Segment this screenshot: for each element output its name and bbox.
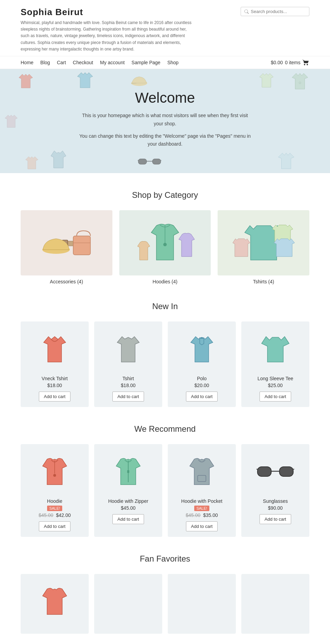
- accessories-illustration: [32, 215, 101, 270]
- hero-banner: Welcome This is your homepage which is w…: [0, 69, 330, 173]
- category-hoodies-img: [119, 210, 211, 275]
- add-to-cart-tshirt[interactable]: Add to cart: [112, 392, 144, 402]
- nav-samplepage[interactable]: Sample Page: [132, 60, 161, 65]
- cart-total: $0.00: [271, 60, 283, 65]
- product-vneck-name: Vneck Tshirt: [26, 376, 83, 381]
- product-longsleeve-img: [247, 327, 304, 372]
- vneck-tshirt-svg: [41, 334, 68, 365]
- add-to-cart-hoodie-pocket[interactable]: Add to cart: [186, 521, 218, 531]
- product-vneck-price: $18.00: [26, 383, 83, 388]
- tshirts-illustration: [229, 215, 298, 270]
- new-in-grid: Vneck Tshirt $18.00 Add to cart Tshirt $…: [0, 321, 330, 407]
- hero-body: You can change this text by editing the …: [79, 132, 251, 149]
- product-hoodie-price: $45.00 $42.00: [26, 512, 83, 518]
- product-sunglasses-img: [247, 450, 304, 494]
- add-to-cart-vneck[interactable]: Add to cart: [39, 392, 71, 402]
- deco-shirt-1: [17, 72, 34, 90]
- fan-fav-product-1-img: [26, 579, 83, 624]
- sunglasses-svg: [256, 462, 294, 482]
- deco-tshirt-bottom: [24, 154, 40, 171]
- product-hoodie-zipper-img: [100, 450, 157, 494]
- fan-fav-1-svg: [41, 586, 68, 617]
- product-hoodie-img: [26, 450, 83, 494]
- cart-info[interactable]: $0.00 0 items: [271, 60, 309, 65]
- fan-fav-product-4-img: [247, 579, 304, 624]
- product-hoodie: Hoodie SALE! $45.00 $42.00 Add to cart: [21, 444, 89, 537]
- fan-fav-product-4: [241, 574, 309, 634]
- svg-rect-2: [138, 159, 146, 164]
- nav-shop[interactable]: Shop: [167, 60, 179, 65]
- we-recommend-title: We Recommend: [0, 424, 330, 434]
- product-polo-img: [173, 327, 230, 372]
- tshirt-svg: [114, 334, 142, 365]
- site-header: Sophia Beirut Whimsical, playful and han…: [0, 0, 330, 56]
- svg-rect-20: [257, 467, 271, 476]
- deco-cap: [131, 74, 148, 86]
- add-to-cart-longsleeve[interactable]: Add to cart: [260, 392, 292, 402]
- hoodie-original-price: $45.00: [38, 512, 53, 518]
- hero-subtitle: This is your homepage which is what most…: [79, 112, 251, 128]
- nav-checkout[interactable]: Checkout: [73, 60, 93, 65]
- category-tshirts-img: [218, 210, 309, 275]
- search-input[interactable]: [251, 9, 306, 14]
- product-sunglasses-price: $90.00: [247, 505, 304, 511]
- we-recommend-grid: Hoodie SALE! $45.00 $42.00 Add to cart H…: [0, 444, 330, 537]
- nav-cart[interactable]: Cart: [57, 60, 66, 65]
- nav-myaccount[interactable]: My account: [100, 60, 125, 65]
- nav-home[interactable]: Home: [21, 60, 33, 65]
- deco-shirt-right-bottom: [277, 151, 296, 170]
- fan-fav-product-3: [168, 574, 236, 634]
- svg-rect-10: [73, 236, 90, 255]
- new-in-section: New In Vneck Tshirt $18.00 Add to cart T…: [0, 302, 330, 407]
- polo-svg: [188, 334, 216, 365]
- category-accessories-img: [21, 210, 112, 275]
- svg-rect-21: [279, 467, 293, 476]
- category-accessories[interactable]: Accessories (4): [21, 210, 112, 284]
- product-hoodie-pocket-img: [173, 450, 230, 494]
- product-tshirt: Tshirt $18.00 Add to cart: [94, 321, 162, 407]
- cart-icon: [302, 60, 309, 65]
- fan-favorites-section: Fan Favorites: [0, 554, 330, 634]
- svg-point-16: [53, 474, 56, 477]
- nav-blog[interactable]: Blog: [40, 60, 50, 65]
- deco-shirt-left-mid: [3, 113, 19, 129]
- fan-fav-product-1: [21, 574, 89, 634]
- deco-shirt-4: [290, 72, 309, 91]
- we-recommend-section: We Recommend Hoodie SALE! $45.00 $42.00 …: [0, 424, 330, 537]
- hoodie-pocket-sale-badge: SALE!: [194, 506, 209, 511]
- product-longsleeve-name: Long Sleeve Tee: [247, 376, 304, 381]
- product-hoodie-name: Hoodie: [26, 498, 83, 504]
- category-tshirts[interactable]: Tshirts (4): [218, 210, 309, 284]
- site-title: Sophia Beirut: [21, 7, 192, 18]
- product-hoodie-pocket: Hoodie with Pocket SALE! $45.00 $35.00 A…: [168, 444, 236, 537]
- fan-fav-product-3-img: [173, 579, 230, 624]
- search-box[interactable]: [241, 7, 309, 16]
- add-to-cart-hoodie-zipper[interactable]: Add to cart: [112, 514, 144, 524]
- fan-fav-product-2-img: [100, 579, 157, 624]
- longsleeve-svg: [260, 334, 291, 365]
- product-tshirt-img: [100, 327, 157, 372]
- product-tshirt-name: Tshirt: [100, 376, 157, 381]
- hoodie-coral-svg: [41, 456, 68, 487]
- fan-fav-product-2: [94, 574, 162, 634]
- product-hoodie-zipper: Hoodie with Zipper $45.00 Add to cart: [94, 444, 162, 537]
- add-to-cart-sunglasses[interactable]: Add to cart: [260, 514, 292, 524]
- category-tshirts-label: Tshirts (4): [218, 279, 309, 284]
- cart-items-count: 0 items: [285, 60, 300, 65]
- category-accessories-label: Accessories (4): [21, 279, 112, 284]
- deco-shirt-3: [258, 72, 275, 89]
- site-description: Whimsical, playful and handmade with lov…: [21, 20, 192, 53]
- shop-by-category: Shop by Category Accessories (4): [0, 190, 330, 284]
- deco-sunglasses: [138, 156, 162, 166]
- svg-rect-14: [200, 337, 203, 339]
- product-sunglasses-name: Sunglasses: [247, 498, 304, 504]
- hero-content: Welcome This is your homepage which is w…: [79, 90, 251, 152]
- add-to-cart-polo[interactable]: Add to cart: [186, 392, 218, 402]
- hoodie-sale-badge: SALE!: [47, 506, 62, 511]
- add-to-cart-hoodie[interactable]: Add to cart: [39, 521, 71, 531]
- new-in-title: New In: [0, 302, 330, 311]
- category-hoodies[interactable]: Hoodies (4): [119, 210, 211, 284]
- hoodie-zipper-svg: [114, 456, 142, 487]
- bottom-spacer: [0, 641, 330, 644]
- product-vneck: Vneck Tshirt $18.00 Add to cart: [21, 321, 89, 407]
